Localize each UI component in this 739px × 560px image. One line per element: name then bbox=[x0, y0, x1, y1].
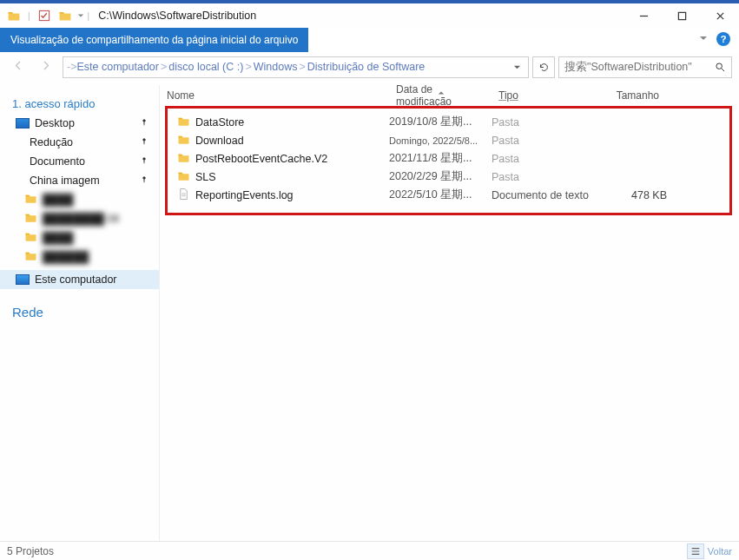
back-button[interactable] bbox=[12, 59, 25, 75]
forward-button[interactable] bbox=[39, 59, 52, 75]
file-name: SLS bbox=[195, 171, 216, 183]
file-row[interactable]: PostRebootEventCache.V22021/11/8 星期...Pa… bbox=[160, 149, 739, 168]
computer-icon bbox=[16, 274, 30, 285]
breadcrumb-item[interactable]: disco local (C :) bbox=[168, 61, 243, 73]
sidebar-item-label: China imagem bbox=[30, 175, 100, 187]
file-row[interactable]: ReportingEvents.log2022/5/10 星期...Docume… bbox=[160, 186, 739, 204]
close-button[interactable] bbox=[701, 3, 739, 28]
sidebar-item-label: ████ bbox=[43, 194, 73, 206]
title-divider-2: | bbox=[88, 11, 90, 21]
pin-icon bbox=[140, 117, 148, 129]
sidebar-item-folder[interactable]: ████████ 08 bbox=[0, 209, 159, 228]
folder-icon bbox=[177, 169, 190, 185]
file-date: 2020/2/29 星期... bbox=[389, 169, 492, 184]
ribbon-expand-icon[interactable] bbox=[699, 33, 708, 45]
file-date: 2019/10/8 星期... bbox=[389, 115, 492, 129]
title-bar: | | C:\Windows\SoftwareDistribution bbox=[0, 3, 739, 28]
address-dropdown-icon[interactable] bbox=[509, 63, 525, 71]
folder-icon bbox=[24, 249, 37, 265]
folder-icon bbox=[24, 211, 37, 227]
sidebar-item-label: ████ bbox=[43, 232, 73, 244]
col-header-name[interactable]: Nome bbox=[160, 89, 389, 102]
column-headers: Nome Data de modificação Tipo Tamanho bbox=[160, 85, 739, 106]
file-date: 2021/11/8 星期... bbox=[389, 151, 492, 166]
file-list: DataStore2019/10/8 星期...PastaDownloadDom… bbox=[160, 106, 739, 204]
file-type: Documento de texto bbox=[492, 189, 597, 201]
sidebar-item-folder[interactable]: ██████ bbox=[0, 247, 159, 267]
breadcrumb-item[interactable]: Distribuição de Software bbox=[307, 61, 425, 73]
search-box[interactable] bbox=[558, 56, 732, 78]
file-type: Pasta bbox=[492, 153, 597, 165]
folder-icon bbox=[177, 133, 190, 148]
folder-icon bbox=[24, 192, 37, 208]
status-bar: 5 Projetos Voltar bbox=[0, 541, 739, 560]
pin-icon bbox=[140, 136, 148, 148]
file-type: Pasta bbox=[492, 171, 597, 183]
nav-sidebar: 1. acesso rápido Desktop Redução Documen… bbox=[0, 85, 160, 541]
minimize-button[interactable] bbox=[624, 3, 663, 28]
sidebar-item-documents[interactable]: Documento bbox=[0, 152, 159, 171]
folder-icon bbox=[24, 230, 37, 246]
document-icon bbox=[177, 188, 190, 203]
view-details-icon[interactable] bbox=[687, 544, 704, 559]
help-button[interactable]: ? bbox=[716, 32, 730, 46]
col-header-size[interactable]: Tamanho bbox=[597, 89, 667, 102]
current-folder-icon bbox=[56, 7, 74, 24]
search-icon[interactable] bbox=[714, 61, 726, 73]
status-back-label[interactable]: Voltar bbox=[708, 546, 732, 557]
sidebar-item-label: Desktop bbox=[35, 117, 75, 129]
sidebar-item-folder[interactable]: ████ bbox=[0, 228, 159, 247]
ribbon-bar: Visualização de compartilhamento da pági… bbox=[0, 28, 739, 52]
sidebar-item-pictures[interactable]: China imagem bbox=[0, 171, 159, 190]
app-folder-icon bbox=[5, 7, 23, 24]
sidebar-item-network[interactable]: Rede bbox=[0, 300, 159, 323]
sidebar-item-thispc[interactable]: Este computador bbox=[0, 270, 159, 289]
sidebar-item-downloads[interactable]: Redução bbox=[0, 133, 159, 152]
file-size: 478 KB bbox=[597, 189, 667, 201]
ribbon-tab-file[interactable]: Visualização de compartilhamento da pági… bbox=[0, 28, 308, 52]
refresh-button[interactable] bbox=[532, 56, 555, 78]
sidebar-item-label: ██████ bbox=[43, 251, 89, 263]
pin-icon bbox=[140, 175, 148, 187]
file-name: Download bbox=[195, 135, 244, 147]
pin-icon bbox=[140, 155, 148, 168]
maximize-button[interactable] bbox=[663, 3, 701, 28]
search-input[interactable] bbox=[564, 61, 714, 73]
file-date: 2022/5/10 星期... bbox=[389, 188, 492, 202]
title-divider: | bbox=[28, 11, 30, 21]
quick-access-heading[interactable]: 1. acesso rápido bbox=[0, 92, 159, 114]
breadcrumb[interactable]: -> Este computador > disco local (C :) >… bbox=[67, 61, 509, 73]
status-item-count: 5 Projetos bbox=[7, 545, 54, 557]
address-row: -> Este computador > disco local (C :) >… bbox=[0, 52, 739, 82]
breadcrumb-item[interactable]: Este computador bbox=[76, 61, 159, 73]
sidebar-item-label: Redução bbox=[30, 136, 73, 148]
window-title: C:\Windows\SoftwareDistribution bbox=[98, 10, 256, 22]
file-row[interactable]: DownloadDomingo, 2022/5/8...Pasta bbox=[160, 131, 739, 149]
folder-icon bbox=[177, 115, 190, 130]
file-name: DataStore bbox=[195, 116, 244, 128]
file-date: Domingo, 2022/5/8... bbox=[389, 135, 492, 146]
file-type: Pasta bbox=[492, 116, 597, 128]
properties-icon[interactable] bbox=[36, 7, 53, 24]
file-name: PostRebootEventCache.V2 bbox=[195, 153, 327, 165]
desktop-icon bbox=[16, 118, 30, 128]
file-row[interactable]: DataStore2019/10/8 星期...Pasta bbox=[160, 113, 739, 131]
sidebar-item-label: Este computador bbox=[35, 273, 117, 286]
breadcrumb-lead: -> bbox=[67, 61, 76, 73]
file-list-pane: Nome Data de modificação Tipo Tamanho Da… bbox=[160, 85, 739, 541]
file-type: Pasta bbox=[492, 135, 597, 147]
breadcrumb-item[interactable]: Windows bbox=[254, 61, 298, 73]
chevron-down-icon[interactable] bbox=[77, 10, 84, 22]
sidebar-item-folder[interactable]: ████ bbox=[0, 190, 159, 209]
file-name: ReportingEvents.log bbox=[195, 189, 294, 201]
sidebar-item-label: ████████ 08 bbox=[43, 213, 119, 225]
folder-icon bbox=[177, 151, 190, 167]
sort-indicator-icon bbox=[438, 87, 445, 99]
address-bar[interactable]: -> Este computador > disco local (C :) >… bbox=[63, 56, 529, 78]
file-row[interactable]: SLS2020/2/29 星期...Pasta bbox=[160, 168, 739, 186]
sidebar-item-label: Documento bbox=[30, 155, 85, 168]
sidebar-item-desktop[interactable]: Desktop bbox=[0, 114, 159, 133]
col-header-type[interactable]: Tipo bbox=[492, 89, 597, 102]
